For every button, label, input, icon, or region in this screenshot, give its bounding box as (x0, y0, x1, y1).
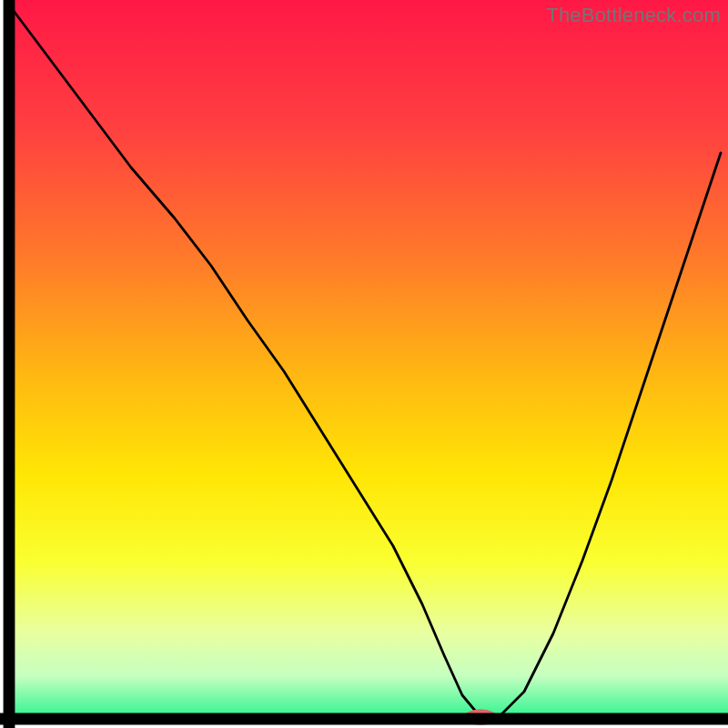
chart-container: TheBottleneck.com (0, 0, 728, 728)
watermark-text: TheBottleneck.com (546, 4, 721, 27)
minimum-marker (464, 709, 496, 725)
chart-svg (0, 0, 728, 728)
plot-background (9, 0, 728, 719)
